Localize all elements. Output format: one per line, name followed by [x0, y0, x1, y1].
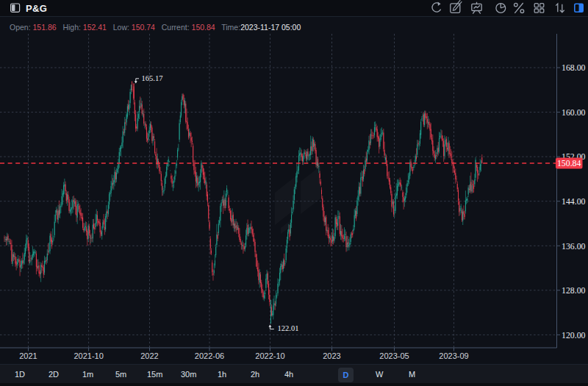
svg-text:168.00: 168.00 — [562, 62, 586, 73]
svg-text:165.17: 165.17 — [142, 74, 163, 82]
svg-text:2021: 2021 — [19, 351, 37, 360]
svg-text:144.00: 144.00 — [562, 196, 586, 207]
svg-text:150.84: 150.84 — [557, 158, 581, 168]
svg-text:122.01: 122.01 — [278, 324, 299, 332]
svg-text:128.00: 128.00 — [562, 285, 586, 296]
svg-text:2021-10: 2021-10 — [74, 351, 103, 360]
svg-text:2022-06: 2022-06 — [195, 351, 224, 360]
svg-text:2023-09: 2023-09 — [439, 351, 468, 360]
svg-text:2022-10: 2022-10 — [255, 351, 284, 360]
svg-text:160.00: 160.00 — [562, 107, 586, 118]
svg-text:2023: 2023 — [323, 351, 340, 360]
svg-text:120.00: 120.00 — [562, 330, 586, 340]
svg-text:2022: 2022 — [140, 351, 158, 360]
svg-text:136.00: 136.00 — [562, 241, 586, 251]
svg-text:2023-05: 2023-05 — [379, 351, 409, 360]
